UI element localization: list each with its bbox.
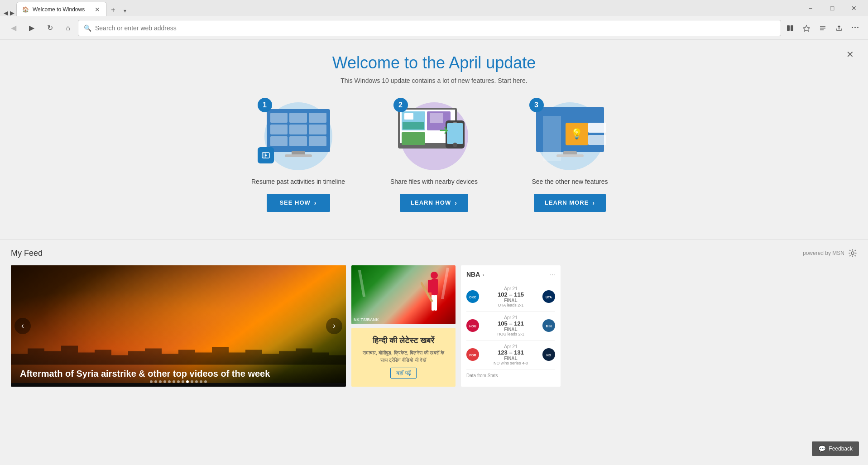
svg-text:POR: POR [469, 354, 476, 357]
search-icon: 🔍 [84, 24, 91, 32]
carousel-dot-13[interactable] [204, 380, 207, 383]
carousel-prev-button[interactable]: ‹ [14, 318, 31, 334]
cricket-card[interactable]: NK TS/BANK [351, 265, 456, 324]
banner-close-button[interactable]: ✕ [843, 47, 857, 62]
reading-list-button[interactable] [815, 21, 830, 35]
carousel-dot-10[interactable] [191, 380, 193, 383]
svg-text:HOU: HOU [469, 325, 476, 328]
carousel-dot-11[interactable] [195, 380, 198, 383]
feature-item-1: 1 Resume past activiti [244, 98, 353, 212]
learn-more-button[interactable]: LEARN MORE › [534, 194, 606, 212]
feed-header: My Feed powered by MSN [11, 249, 857, 258]
svg-point-12 [431, 272, 438, 279]
learn-how-button[interactable]: LEARN HOW › [400, 194, 468, 212]
svg-rect-1 [791, 25, 793, 31]
carousel-dot-9[interactable] [186, 380, 189, 383]
svg-marker-2 [803, 25, 810, 31]
feature-item-3: 3 💡 See the other new features [516, 98, 624, 212]
nba-more-button[interactable]: ··· [550, 271, 555, 278]
tab-dropdown-button[interactable]: ▾ [120, 5, 130, 16]
feed-grid: Aftermath of Syria airstrike & other top… [11, 265, 857, 387]
nba-game-1[interactable]: OKC Apr 21 102 – 115 FINAL UTA leads 2-1… [466, 283, 555, 312]
svg-rect-13 [432, 279, 438, 295]
feed-powered: powered by MSN [803, 249, 857, 258]
back-button[interactable]: ◀ [5, 20, 22, 36]
game-info-3: Apr 21 123 – 131 FINAL NO wins series 4-… [482, 344, 540, 365]
nba-data-source: Data from Stats [466, 369, 555, 378]
hindi-title: हिन्दी की लेटेस्ट खबरें [373, 336, 434, 345]
new-tab-button[interactable]: + [107, 4, 120, 16]
browser-back-icon: ◀ [4, 10, 8, 16]
main-news-card[interactable]: Aftermath of Syria airstrike & other top… [11, 265, 346, 387]
active-tab[interactable]: 🏠 Welcome to Windows ✕ [16, 2, 107, 16]
timeline-icon [258, 147, 274, 163]
feature-badge-1: 1 [258, 98, 272, 112]
feature-desc-3: See the other new features [532, 177, 608, 187]
refresh-button[interactable]: ↻ [42, 20, 58, 36]
feature-badge-3: 3 [529, 98, 544, 112]
carousel-dot-8[interactable] [182, 380, 184, 383]
lightbulb-icon: 💡 [566, 123, 588, 145]
nba-title[interactable]: NBA › [466, 271, 484, 278]
carousel-next-button[interactable]: › [326, 318, 342, 334]
maximize-button[interactable]: □ [822, 1, 843, 15]
tab-bar: ◀ ▶ 🏠 Welcome to Windows ✕ + ▾ [4, 0, 130, 16]
minimize-button[interactable]: − [800, 1, 821, 15]
feedback-button[interactable]: 💬 Feedback [812, 441, 859, 456]
feature-desc-1: Resume past activities in timeline [251, 177, 345, 187]
feature-illustration-3: 3 💡 [529, 98, 611, 170]
forward-button[interactable]: ▶ [24, 20, 40, 36]
feed-title: My Feed [11, 249, 43, 258]
carousel-dot-6[interactable] [173, 380, 175, 383]
carousel-dot-5[interactable] [168, 380, 171, 383]
nba-header: NBA › ··· [466, 271, 555, 278]
close-button[interactable]: ✕ [844, 1, 864, 15]
banner-subtitle: This Windows 10 update contains a lot of… [9, 77, 859, 84]
tab-favicon: 🏠 [22, 6, 29, 13]
feedback-icon: 💬 [818, 445, 826, 452]
carousel-dot-12[interactable] [200, 380, 202, 383]
carousel-dots [150, 380, 207, 383]
browser-frame: ◀ ▶ 🏠 Welcome to Windows ✕ + ▾ − □ ✕ ◀ ▶… [0, 0, 868, 40]
feed-settings-button[interactable] [848, 249, 857, 258]
share-button[interactable] [832, 21, 846, 35]
favorites-button[interactable] [799, 21, 814, 35]
hindi-news-card[interactable]: हिन्दी की लेटेस्ट खबरें समाचार, बॉलीवुड,… [351, 328, 456, 387]
svg-text:MIN: MIN [546, 325, 552, 328]
home-button[interactable]: ⌂ [60, 20, 76, 36]
nba-game-3[interactable]: POR Apr 21 123 – 131 FINAL NO wins serie… [466, 340, 555, 369]
nba-game-2[interactable]: HOU Apr 21 105 – 121 FINAL HOU leads 2-1… [466, 312, 555, 340]
carousel-dot-1[interactable] [150, 380, 153, 383]
svg-text:UTA: UTA [546, 296, 552, 299]
carousel-dot-7[interactable] [177, 380, 180, 383]
more-button[interactable]: ··· [848, 21, 863, 35]
por-logo: POR [466, 348, 479, 361]
svg-text:NO: NO [547, 354, 551, 357]
game-info-2: Apr 21 105 – 121 FINAL HOU leads 2-1 [482, 315, 540, 336]
address-input[interactable] [95, 24, 775, 32]
features-row: 1 Resume past activiti [9, 98, 859, 212]
side-cards: NK TS/BANK हिन्दी की लेटेस्ट खबरें समाचा… [351, 265, 456, 387]
hindi-link-button[interactable]: यहाँ पढ़ें [390, 368, 416, 379]
feed-section: My Feed powered by MSN Aftermath [0, 240, 868, 396]
address-bar[interactable]: 🔍 [78, 20, 781, 36]
utah-logo: UTA [542, 290, 555, 303]
svg-text:OKC: OKC [469, 296, 476, 299]
feature-illustration-1: 1 [258, 98, 339, 170]
nav-bar: ◀ ▶ ↻ ⌂ 🔍 ··· [0, 16, 868, 40]
feature-desc-2: Share files with nearby devices [390, 177, 478, 187]
see-how-button[interactable]: SEE HOW › [267, 194, 330, 212]
feature-item-2: 2 [380, 98, 489, 212]
tab-close-button[interactable]: ✕ [94, 6, 101, 13]
carousel-dot-3[interactable] [159, 380, 162, 383]
carousel-dot-2[interactable] [154, 380, 157, 383]
nba-card: NBA › ··· OKC Apr 21 102 – 115 [461, 265, 561, 387]
hou-logo: HOU [466, 319, 479, 332]
reading-view-button[interactable] [783, 21, 797, 35]
svg-point-11 [851, 252, 854, 254]
title-bar: ◀ ▶ 🏠 Welcome to Windows ✕ + ▾ − □ ✕ [0, 0, 868, 16]
main-news-caption: Aftermath of Syria airstrike & other top… [20, 368, 337, 379]
page-content: ✕ Welcome to the April update This Windo… [0, 40, 868, 396]
carousel-dot-4[interactable] [163, 380, 166, 383]
game-info-1: Apr 21 102 – 115 FINAL UTA leads 2-1 [482, 286, 540, 307]
